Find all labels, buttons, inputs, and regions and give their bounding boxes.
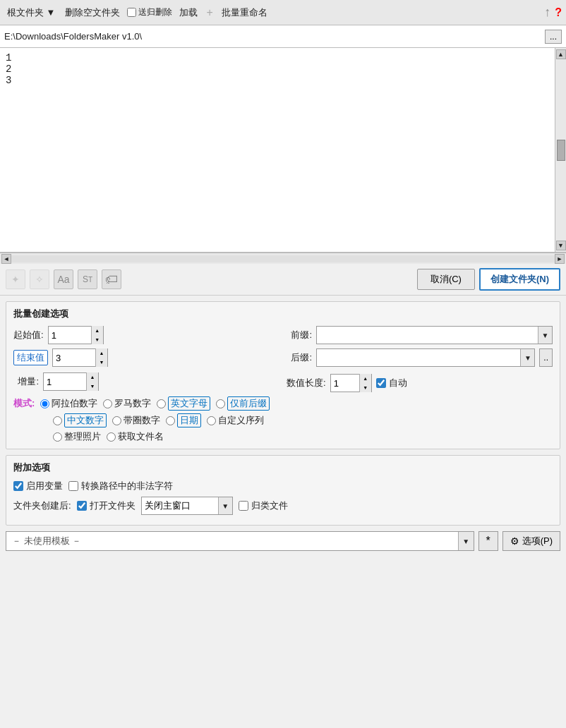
open-folder-checkbox[interactable] (77, 501, 87, 511)
increment-input[interactable] (44, 373, 86, 390)
enable-var-wrap[interactable]: 启用变量 (13, 480, 63, 492)
icon-btn-st[interactable]: ST (78, 269, 97, 289)
add-btn[interactable]: 加载 (176, 5, 200, 20)
mode-circled-radio[interactable] (112, 416, 121, 425)
hscroll-left-arrow[interactable]: ◄ (1, 254, 11, 264)
start-spin-down[interactable]: ▼ (92, 335, 103, 344)
hscroll-track (11, 255, 555, 262)
numlength-spinner: ▲ ▼ (330, 374, 372, 392)
template-combo: － 未使用模板 － ▼ (6, 531, 474, 551)
suffix-dotdot-btn[interactable]: .. (539, 348, 553, 367)
batch-rename-btn[interactable]: 批量重命名 (219, 5, 270, 20)
scroll-down-arrow[interactable]: ▼ (556, 241, 566, 250)
send-to-recycle-wrap: 送归删除 (127, 6, 172, 18)
mode-row-3: 整理照片 获取文件名 (13, 430, 553, 443)
mode-circled-label: 带圈数字 (124, 414, 160, 427)
mode-chinese-radio[interactable] (53, 416, 62, 425)
folder-list-area: 1 2 3 ▲ ▼ (0, 48, 566, 253)
convert-illegal-checkbox[interactable] (68, 481, 78, 491)
send-to-recycle-label: 送归删除 (138, 6, 172, 18)
mode-circled[interactable]: 带圈数字 (112, 414, 160, 427)
end-spin-down[interactable]: ▼ (96, 358, 107, 367)
icon-btn-tag[interactable]: 🏷 (102, 269, 121, 289)
enable-var-checkbox[interactable] (13, 481, 23, 491)
action-bar: ✦ ✧ Aa ST 🏷 取消(C) 创建文件夹(N) (0, 264, 566, 296)
scroll-up-arrow[interactable]: ▲ (556, 49, 566, 59)
browse-btn[interactable]: ... (545, 30, 562, 44)
increment-spin-up[interactable]: ▲ (87, 372, 98, 382)
suffix-label: 后缀: (287, 351, 312, 364)
cancel-btn[interactable]: 取消(C) (417, 269, 475, 290)
mode-roman[interactable]: 罗马数字 (103, 397, 151, 410)
start-spin-up[interactable]: ▲ (92, 326, 103, 335)
classify-wrap[interactable]: 归类文件 (239, 499, 288, 512)
end-spin-arrows: ▲ ▼ (95, 348, 107, 367)
create-btn[interactable]: 创建文件夹(N) (479, 268, 560, 291)
increment-spin-down[interactable]: ▼ (87, 382, 98, 391)
auto-checkbox[interactable] (376, 378, 386, 388)
mode-onlyprefixsuffix-radio[interactable] (216, 399, 225, 408)
close-window-arrow[interactable]: ▼ (218, 497, 232, 514)
folder-list-textarea[interactable]: 1 2 3 (0, 48, 555, 252)
root-folder-btn[interactable]: 根文件夹 ▼ (4, 5, 58, 20)
mode-arabic[interactable]: 阿拉伯数字 (40, 397, 97, 410)
send-to-recycle-checkbox[interactable] (127, 8, 136, 17)
mode-roman-radio[interactable] (103, 399, 112, 408)
end-spin-up[interactable]: ▲ (96, 348, 107, 358)
mode-date-radio[interactable] (166, 416, 175, 425)
numlength-spin-up[interactable]: ▲ (360, 374, 371, 383)
end-label[interactable]: 结束值 (13, 350, 48, 365)
suffix-input[interactable] (317, 349, 520, 366)
close-window-input[interactable] (142, 497, 218, 514)
mode-organize[interactable]: 整理照片 (53, 430, 101, 443)
mode-date[interactable]: 日期 (166, 413, 201, 427)
icon-btn-2[interactable]: ✧ (30, 269, 49, 289)
enable-var-label: 启用变量 (26, 480, 63, 492)
horizontal-scrollbar[interactable]: ◄ ► (0, 253, 566, 264)
mode-organize-label: 整理照片 (64, 430, 101, 443)
start-value-input[interactable] (49, 327, 91, 344)
delete-empty-btn[interactable]: 删除空文件夹 (62, 5, 123, 20)
classify-checkbox[interactable] (239, 501, 248, 511)
batch-options-grid: 起始值: ▲ ▼ 前缀: ▼ 结束值 ▲ (13, 326, 553, 392)
scroll-thumb[interactable] (557, 140, 565, 161)
mode-getfilename[interactable]: 获取文件名 (107, 430, 164, 443)
mode-english[interactable]: 英文字母 (157, 396, 210, 411)
mode-custom-radio[interactable] (207, 416, 216, 425)
open-folder-wrap[interactable]: 打开文件夹 (77, 499, 136, 512)
numlength-input[interactable] (331, 375, 359, 392)
mode-english-radio[interactable] (157, 399, 166, 408)
prefix-combo: ▼ (316, 326, 553, 344)
options-btn[interactable]: ⚙ 选项(P) (502, 531, 560, 551)
batch-create-section: 批量创建选项 起始值: ▲ ▼ 前缀: ▼ 结束值 (6, 301, 560, 449)
increment-label: 增量: (13, 375, 39, 388)
mode-getfilename-radio[interactable] (107, 432, 116, 442)
convert-illegal-wrap[interactable]: 转换路径中的非法字符 (68, 480, 173, 492)
toolbar-help-btn[interactable]: ? (555, 6, 562, 19)
vertical-scrollbar[interactable]: ▲ ▼ (555, 48, 566, 252)
auto-checkbox-wrap: 自动 (376, 377, 407, 389)
mode-roman-label: 罗马数字 (114, 397, 151, 410)
icon-btn-aa[interactable]: Aa (54, 269, 73, 289)
end-value-input[interactable] (53, 349, 95, 366)
mode-organize-radio[interactable] (53, 432, 62, 442)
prefix-combo-arrow[interactable]: ▼ (538, 327, 552, 344)
template-combo-arrow[interactable]: ▼ (458, 532, 474, 550)
mode-arabic-radio[interactable] (40, 399, 49, 408)
mode-getfilename-label: 获取文件名 (118, 430, 164, 443)
asterisk-btn[interactable]: * (478, 531, 498, 551)
mode-row-2: 中文数字 带圈数字 日期 自定义序列 (13, 413, 553, 427)
mode-chinese[interactable]: 中文数字 (53, 413, 107, 427)
icon-btn-1[interactable]: ✦ (6, 269, 25, 289)
auto-label: 自动 (389, 377, 407, 389)
hscroll-right-arrow[interactable]: ► (555, 254, 565, 264)
numlength-spin-down[interactable]: ▼ (360, 383, 371, 392)
prefix-input[interactable] (317, 327, 538, 344)
suffix-combo-arrow[interactable]: ▼ (520, 349, 534, 366)
addl-row-2: 文件夹创建后: 打开文件夹 ▼ 归类文件 (13, 497, 553, 515)
toolbar-up-arrow[interactable]: ↑ (544, 5, 550, 20)
path-input[interactable] (4, 31, 542, 42)
mode-onlyprefixsuffix[interactable]: 仅前后缀 (216, 396, 270, 411)
mode-custom[interactable]: 自定义序列 (207, 414, 264, 427)
increment-spinner: ▲ ▼ (43, 372, 99, 391)
